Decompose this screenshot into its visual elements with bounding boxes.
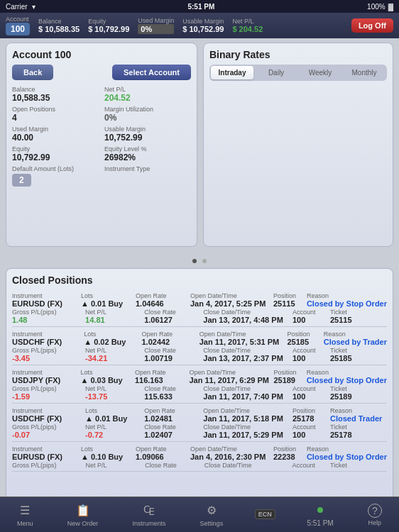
net-pl-field-value: 204.52 (104, 93, 131, 103)
status-icon (312, 502, 328, 518)
open-positions-label: Open Positions (12, 106, 99, 113)
default-amt-field: Default Amount (Lots) 2 (12, 165, 99, 187)
battery-icon: ▓ (388, 3, 393, 11)
equity-label: Equity (88, 18, 129, 25)
header-bar: Account 100 Balance $ 10,588.35 Equity $… (0, 13, 399, 38)
net-pl-field: Net P/L 204.52 (104, 86, 191, 103)
balance-value: $ 10,588.35 (38, 25, 80, 33)
menu-icon: ☰ (17, 503, 33, 519)
nav-instruments-label: Instruments (132, 520, 165, 527)
positions-list[interactable]: Instrument EURUSD (FX) Lots ▲ 0.01 Buy O… (12, 290, 387, 531)
default-amt-value: 2 (12, 174, 31, 187)
equity-field: Equity 10,792.99 (12, 145, 99, 162)
status-time: 5:51 PM (187, 3, 214, 11)
equity-level-label: Equity Level % (104, 145, 191, 153)
balance-field: Balance 10,588.35 (12, 86, 99, 103)
nav-ecn[interactable]: ECN (257, 506, 273, 523)
used-margin-field: Used Margin 40.00 (12, 126, 99, 143)
nav-help[interactable]: ? Help (368, 504, 382, 526)
position-entry: Instrument EURUSD (FX) Lots ▲ 0.10 Buy O… (12, 443, 387, 472)
nav-new-order-label: New Order (67, 520, 99, 527)
position-entry: Instrument USDJPY (FX) Lots ▲ 0.03 Buy O… (12, 367, 387, 404)
balance-label: Balance (38, 18, 80, 25)
equity-field-label: Equity (12, 145, 99, 153)
nav-status: 5:51 PM (307, 502, 333, 527)
binary-rates-panel: Binary Rates Intraday Daily Weekly Month… (203, 43, 393, 247)
signal-icon: ▾ (32, 3, 35, 11)
account-badge: 100 (6, 23, 30, 35)
used-margin-field-label: Used Margin (12, 126, 99, 133)
usable-margin-field: Usable Margin 10,752.99 (104, 126, 191, 143)
ecn-badge: ECN (255, 509, 275, 519)
carrier-label: Carrier (6, 3, 28, 11)
back-button[interactable]: Back (12, 65, 53, 80)
position-entry: Instrument USDCHF (FX) Lots ▲ 0.02 Buy O… (12, 328, 387, 365)
binary-rates-title: Binary Rates (209, 49, 387, 60)
account-grid: Balance 10,588.35 Net P/L 204.52 Open Po… (12, 86, 191, 187)
status-bar: Carrier ▾ 5:51 PM 100% ▓ (0, 0, 399, 13)
nav-menu[interactable]: ☰ Menu (17, 503, 33, 527)
header-usable-margin: Usable Margin $ 10,752.99 (182, 18, 224, 33)
binary-rates-tabs: Intraday Daily Weekly Monthly (209, 65, 387, 81)
header-balance: Balance $ 10,588.35 (38, 18, 80, 33)
nav-instruments[interactable]: ₠ Instruments (132, 503, 165, 527)
nav-new-order[interactable]: 📋 New Order (67, 503, 99, 527)
account-label: Account (6, 16, 30, 23)
nav-settings-label: Settings (200, 520, 224, 527)
margin-util-value: 0% (104, 113, 116, 123)
tab-intraday[interactable]: Intraday (211, 66, 253, 79)
panel-buttons: Back Select Account (12, 65, 191, 80)
dot-2 (202, 259, 207, 263)
dot-1 (192, 259, 197, 263)
log-off-button[interactable]: Log Off (351, 18, 393, 33)
equity-field-value: 10,792.99 (12, 153, 50, 162)
position-entry: Instrument USDCHF (FX) Lots ▲ 0.01 Buy O… (12, 405, 387, 442)
select-account-button[interactable]: Select Account (112, 65, 191, 80)
equity-level-field: Equity Level % 26982% (104, 145, 191, 162)
status-bar-right: 100% ▓ (367, 3, 393, 11)
battery-label: 100% (367, 3, 386, 11)
open-positions-field: Open Positions 4 (12, 106, 99, 123)
used-margin-label: Used Margin (138, 17, 174, 24)
new-order-icon: 📋 (75, 503, 91, 519)
usable-margin-value: $ 10,752.99 (182, 25, 224, 33)
nav-settings[interactable]: ⚙ Settings (200, 503, 224, 527)
connection-dot (317, 507, 323, 513)
usable-margin-field-value: 10,752.99 (104, 133, 142, 143)
account-panel-title: Account 100 (12, 49, 191, 60)
usable-margin-label: Usable Margin (182, 18, 224, 25)
nav-time-label: 5:51 PM (307, 519, 333, 527)
header-equity: Equity $ 10,792.99 (88, 18, 129, 33)
equity-level-value: 26982% (104, 153, 136, 162)
closed-positions-title: Closed Positions (12, 275, 387, 286)
equity-value: $ 10,792.99 (88, 25, 129, 33)
position-entry: Instrument EURUSD (FX) Lots ▲ 0.01 Buy O… (12, 290, 387, 327)
tab-daily[interactable]: Daily (255, 66, 297, 79)
header-account: Account 100 (6, 16, 30, 35)
tab-monthly[interactable]: Monthly (343, 66, 386, 79)
margin-util-field: Margin Utilization 0% (104, 106, 191, 123)
instruments-icon: ₠ (141, 503, 157, 519)
balance-field-label: Balance (12, 86, 99, 93)
header-net-pl: Net P/L $ 204.52 (232, 18, 263, 33)
main-content: Account 100 Back Select Account Balance … (0, 38, 399, 251)
nav-menu-label: Menu (17, 520, 33, 527)
margin-util-label: Margin Utilization (104, 106, 191, 113)
net-pl-field-label: Net P/L (104, 86, 191, 93)
settings-icon: ⚙ (204, 503, 219, 519)
used-margin-value: 0% (138, 24, 174, 34)
used-margin-field-value: 40.00 (12, 133, 33, 143)
page-dots (0, 251, 399, 268)
usable-margin-field-label: Usable Margin (104, 126, 191, 133)
default-amt-label: Default Amount (Lots) (12, 165, 99, 172)
net-pl-label: Net P/L (232, 18, 263, 25)
nav-help-label: Help (368, 519, 382, 526)
closed-positions-panel: Closed Positions Instrument EURUSD (FX) … (6, 268, 393, 532)
open-positions-value: 4 (12, 113, 17, 123)
status-bar-left: Carrier ▾ (6, 3, 35, 11)
instrument-type-field: Instrument Type (104, 165, 191, 187)
instrument-type-label: Instrument Type (104, 165, 191, 172)
tab-weekly[interactable]: Weekly (299, 66, 341, 79)
help-icon: ? (368, 504, 382, 518)
account-panel: Account 100 Back Select Account Balance … (6, 43, 197, 247)
